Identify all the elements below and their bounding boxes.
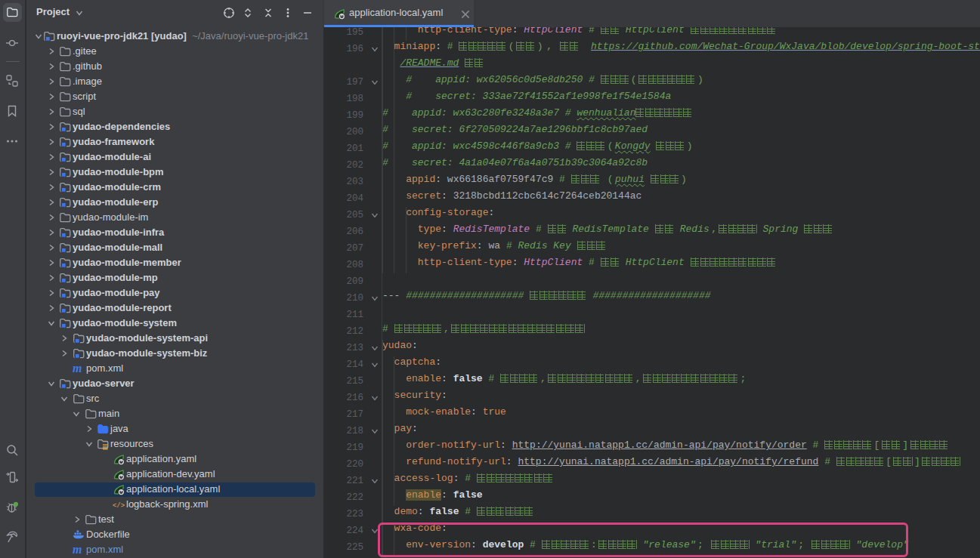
- svg-text:</>: </>: [113, 502, 125, 510]
- svg-text:m: m: [73, 362, 82, 375]
- svg-text:m: m: [73, 544, 82, 556]
